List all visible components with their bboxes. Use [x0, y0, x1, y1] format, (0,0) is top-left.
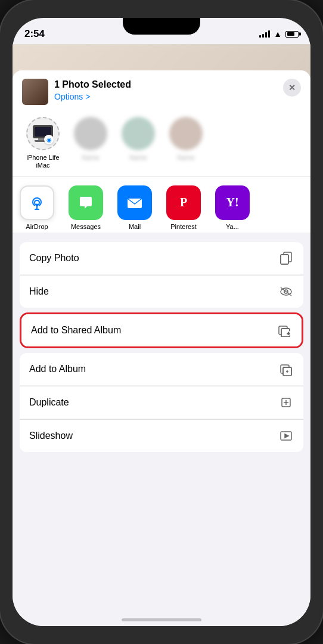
svg-marker-27	[285, 434, 288, 438]
app-icons-row: AirDrop Messages	[13, 177, 310, 233]
app-icon-mail[interactable]: Mail	[110, 185, 159, 230]
action-list-container: Copy Photo Hide	[13, 237, 310, 457]
messages-icon	[69, 185, 103, 220]
add-album-row[interactable]: Add to Album	[20, 353, 303, 386]
add-shared-album-icon: +	[277, 323, 292, 338]
share-header: 1 Photo Selected Options > ✕	[13, 70, 310, 177]
options-link[interactable]: Options >	[54, 92, 131, 101]
svg-text:P: P	[180, 196, 187, 209]
action-list-bottom: Add to Album	[20, 353, 303, 452]
mail-icon	[117, 185, 152, 220]
screen: 2:54 ▲	[13, 18, 310, 626]
share-title-area: 1 Photo Selected Options >	[54, 79, 131, 101]
signal-icon	[259, 30, 270, 38]
add-album-icon	[278, 361, 294, 377]
phone-frame: 2:54 ▲	[0, 0, 323, 644]
app-icons-section: AirDrop Messages	[13, 177, 310, 237]
messages-label: Messages	[71, 223, 101, 230]
app-icon-airdrop[interactable]: AirDrop	[13, 185, 61, 230]
home-indicator	[122, 618, 201, 621]
hide-label: Hide	[29, 286, 49, 297]
add-shared-album-row[interactable]: Add to Shared Album +	[21, 314, 302, 346]
close-button[interactable]: ✕	[283, 79, 301, 97]
share-header-left: 1 Photo Selected Options >	[22, 79, 131, 105]
duplicate-icon	[278, 395, 294, 410]
svg-rect-8	[281, 255, 288, 264]
copy-photo-row[interactable]: Copy Photo	[20, 242, 303, 275]
action-list-top: Copy Photo Hide	[20, 242, 303, 308]
airdrop-person-blurred-3[interactable]: Name	[165, 117, 207, 169]
mail-label: Mail	[129, 223, 141, 230]
phone-inner: 2:54 ▲	[13, 18, 310, 626]
slideshow-label: Slideshow	[29, 431, 73, 441]
notch	[123, 18, 200, 35]
app-icon-messages[interactable]: Messages	[61, 185, 110, 230]
pinterest-icon: P	[166, 185, 201, 220]
svg-text:Y!: Y!	[226, 196, 238, 209]
copy-photo-icon	[278, 250, 294, 266]
airdrop-person-blurred-1[interactable]: Name	[70, 117, 111, 169]
add-album-label: Add to Album	[29, 364, 86, 374]
copy-photo-label: Copy Photo	[29, 253, 79, 264]
yahoo-icon: Y!	[215, 185, 250, 220]
hide-icon	[278, 284, 294, 299]
airdrop-person-blurred-2[interactable]: Name	[117, 117, 159, 169]
svg-text:+: +	[287, 331, 290, 336]
yahoo-label: Ya...	[226, 223, 239, 230]
status-icons: ▲	[259, 29, 299, 39]
airdrop-person-mac[interactable]: ◉ iPhone LifeiMac	[22, 117, 64, 169]
slideshow-icon	[278, 428, 294, 444]
airdrop-icon	[20, 185, 54, 220]
battery-icon	[285, 31, 299, 38]
pinterest-label: Pinterest	[170, 223, 196, 230]
app-icon-yahoo[interactable]: Y! Ya...	[208, 185, 257, 230]
add-shared-album-label: Add to Shared Album	[31, 325, 121, 336]
share-sheet: 1 Photo Selected Options > ✕	[13, 70, 310, 626]
photo-thumbnail	[22, 79, 48, 105]
share-header-top: 1 Photo Selected Options > ✕	[22, 79, 301, 105]
app-icon-pinterest[interactable]: P Pinterest	[159, 185, 208, 230]
hide-row[interactable]: Hide	[20, 275, 303, 308]
status-time: 2:54	[24, 28, 45, 40]
share-title: 1 Photo Selected	[54, 79, 131, 90]
slideshow-row[interactable]: Slideshow	[20, 420, 303, 452]
duplicate-row[interactable]: Duplicate	[20, 386, 303, 419]
highlighted-action-box: Add to Shared Album +	[20, 312, 303, 348]
airdrop-people-row: ◉ iPhone LifeiMac Name Name	[22, 112, 301, 177]
airdrop-person-name: iPhone LifeiMac	[26, 154, 59, 169]
airdrop-label: AirDrop	[26, 223, 48, 230]
wifi-icon: ▲	[274, 29, 282, 39]
airdrop-avatar: ◉	[26, 117, 60, 150]
duplicate-label: Duplicate	[29, 397, 69, 408]
